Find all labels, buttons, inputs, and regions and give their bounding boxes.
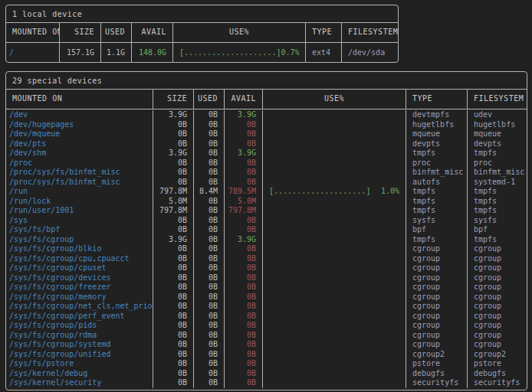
size-cell: 0B: [153, 331, 194, 341]
mount-point-cell: /sys/fs/cgroup/cpu,cpuacct: [6, 254, 153, 264]
type-cell: cgroup: [406, 292, 468, 302]
col-header-size: SIZE: [153, 90, 194, 109]
type-cell: mqueue: [406, 129, 468, 139]
use-percent-cell: [263, 235, 406, 245]
filesystem-cell: cgroup: [468, 312, 527, 322]
type-cell: tmpfs: [406, 197, 468, 207]
table-row: /run/user/1001797.8M0B797.8Mtmpfstmpfs: [6, 206, 527, 216]
use-percent-cell: [263, 149, 406, 158]
avail-cell: 0B: [225, 340, 263, 350]
type-cell: cgroup: [406, 312, 468, 322]
type-cell: tmpfs: [406, 149, 468, 158]
size-cell: 0B: [153, 273, 194, 283]
usage-bar: [....................]: [269, 187, 370, 197]
avail-cell: 0B: [225, 178, 263, 188]
filesystem-cell: tmpfs: [468, 187, 527, 197]
type-cell: tmpfs: [406, 206, 468, 216]
special-table-body: /dev3.9G0B3.9Gdevtmpfsudev/dev/hugepages…: [6, 109, 527, 390]
size-cell: 3.9G: [153, 235, 194, 245]
mount-point-cell: /proc/sys/fs/binfmt_misc: [6, 178, 153, 188]
use-percent-cell: [263, 340, 406, 350]
filesystem-cell: cgroup: [468, 283, 527, 292]
mount-point-cell: /run/user/1001: [6, 206, 153, 216]
mount-point-cell: /sys/fs/cgroup/net_cls,net_prio: [6, 302, 153, 312]
avail-cell: 3.9G: [225, 235, 263, 245]
table-row: /dev/pts0B0B0Bdevptsdevpts: [6, 139, 527, 149]
col-header-use-pct: USE%: [173, 23, 306, 42]
type-cell: proc: [406, 158, 468, 168]
table-row: /proc/sys/fs/binfmt_misc0B0B0Bautofssyst…: [6, 178, 527, 188]
avail-cell: 0B: [225, 331, 263, 341]
mount-point-cell: /sys/fs/cgroup/freezer: [6, 283, 153, 292]
table-row: /proc0B0B0Bprocproc: [6, 158, 527, 168]
size-cell: 0B: [153, 350, 194, 360]
filesystem-cell: sysfs: [468, 216, 527, 226]
mount-point-cell: /sys/fs/cgroup/memory: [6, 292, 153, 302]
type-cell: devpts: [406, 139, 468, 149]
type-cell: tmpfs: [406, 187, 468, 197]
size-cell: 0B: [153, 292, 194, 302]
size-cell: 0B: [153, 340, 194, 350]
filesystem-cell: cgroup: [468, 263, 527, 273]
used-cell: 0B: [194, 350, 225, 360]
filesystem-cell: tmpfs: [468, 197, 527, 207]
type-cell: bpf: [406, 225, 468, 235]
use-percent-cell: [263, 263, 406, 273]
type-cell: binfmt_misc: [406, 168, 468, 178]
use-percent-cell: [263, 206, 406, 216]
table-row: /157.1G1.1G148.0G[....................]0…: [6, 43, 398, 62]
used-cell: 0B: [194, 129, 225, 139]
type-cell: sysfs: [406, 216, 468, 226]
type-cell: hugetlbfs: [406, 120, 468, 130]
filesystem-cell: securityfs: [468, 378, 527, 388]
filesystem-cell: tmpfs: [468, 149, 527, 158]
avail-cell: 789.5M: [225, 187, 263, 197]
avail-cell: 0B: [225, 129, 263, 139]
table-row: /proc/sys/fs/binfmt_misc0B0B0Bbinfmt_mis…: [6, 168, 527, 178]
size-cell: 0B: [153, 283, 194, 292]
use-percent-cell: [263, 197, 406, 207]
avail-cell: 0B: [225, 350, 263, 360]
filesystem-cell: tmpfs: [468, 206, 527, 216]
filesystem-cell: cgroup: [468, 321, 527, 331]
filesystem-cell: cgroup: [468, 331, 527, 341]
table-row: /sys/fs/cgroup/perf_event0B0B0Bcgroupcgr…: [6, 312, 527, 322]
filesystem-cell: proc: [468, 158, 527, 168]
table-row: /run/lock5.0M0B5.0Mtmpfstmpfs: [6, 197, 527, 207]
col-header-type: TYPE: [306, 23, 342, 42]
use-percent-cell: [263, 321, 406, 331]
use-percent-cell: [263, 110, 406, 120]
mount-point-cell: /sys/kernel/security: [6, 378, 153, 388]
table-row: /sys/fs/pstore0B0B0Bpstorepstore: [6, 359, 527, 369]
size-cell: 0B: [153, 178, 194, 188]
filesystem-cell: udev: [468, 110, 527, 120]
size-cell: 0B: [153, 139, 194, 149]
type-cell: cgroup: [406, 263, 468, 273]
avail-cell: 0B: [225, 283, 263, 292]
mount-point-cell: /run: [6, 187, 153, 197]
used-cell: 0B: [194, 263, 225, 273]
filesystem-cell: bpf: [468, 225, 527, 235]
size-cell: 0B: [153, 244, 194, 254]
used-cell: 0B: [194, 369, 225, 379]
type-cell: cgroup: [406, 283, 468, 292]
avail-cell: 0B: [225, 120, 263, 130]
mount-point-cell: /sys/fs/cgroup/blkio: [6, 244, 153, 254]
table-row: /sys/fs/cgroup/pids0B0B0Bcgroupcgroup: [6, 321, 527, 331]
use-percent-cell: [....................]0.7%: [173, 43, 306, 62]
mount-point-cell: /sys/fs/cgroup/unified: [6, 350, 153, 360]
use-percent-cell: [263, 369, 406, 379]
size-cell: 0B: [153, 359, 194, 369]
used-cell: 0B: [194, 312, 225, 322]
type-cell: autofs: [406, 178, 468, 188]
used-cell: 0B: [194, 206, 225, 216]
mount-point-cell: /sys/fs/cgroup/cpuset: [6, 263, 153, 273]
avail-cell: 0B: [225, 302, 263, 312]
col-header-size: SIZE: [60, 23, 101, 42]
avail-cell: 0B: [225, 216, 263, 226]
use-percent-cell: [263, 359, 406, 369]
table-row: /run797.8M8.4M789.5M[...................…: [6, 187, 527, 197]
filesystem-cell: tmpfs: [468, 235, 527, 245]
mount-point-cell: /sys/fs/cgroup: [6, 235, 153, 245]
filesystem-cell: debugfs: [468, 369, 527, 379]
